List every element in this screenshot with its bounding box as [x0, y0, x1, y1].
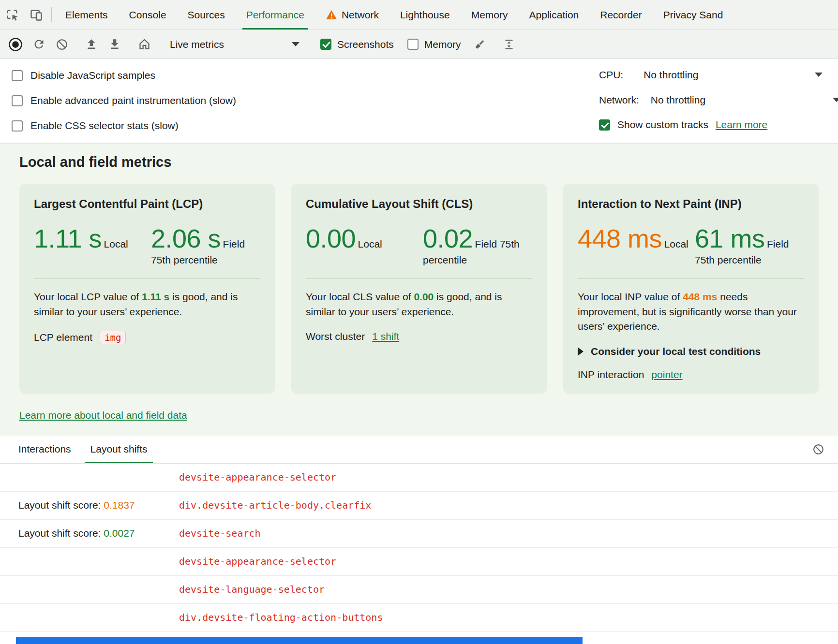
node-link[interactable]: div.devsite-article-body.clearfix: [179, 499, 371, 511]
worst-cluster-label: Worst cluster: [306, 331, 365, 342]
tab-label: Network: [342, 9, 379, 21]
tab-layout-shifts[interactable]: Layout shifts: [81, 436, 157, 463]
layout-shift-row[interactable]: Layout shift score: 0.0027 devsite-searc…: [0, 520, 838, 548]
inp-card: Interaction to Next Paint (INP) 448 ms L…: [563, 184, 819, 394]
inp-local-value: 448 ms: [578, 224, 662, 253]
tab-label: Interactions: [18, 443, 71, 455]
devtools-tabbar: Elements Console Sources Performance Net…: [0, 0, 838, 30]
node-link[interactable]: devsite-appearance-selector: [179, 471, 336, 483]
memory-checkbox[interactable]: [407, 39, 419, 50]
css-selector-stats-checkbox[interactable]: [12, 120, 23, 132]
inp-desc-value: 448 ms: [683, 291, 717, 302]
screenshots-toggle[interactable]: Screenshots: [314, 39, 401, 50]
device-toolbar-button[interactable]: [24, 0, 48, 29]
lcp-element-label: LCP element: [34, 332, 92, 343]
layout-shift-row[interactable]: devsite-appearance-selector: [0, 548, 838, 576]
performance-settings: Disable JavaScript samples Enable advanc…: [0, 59, 838, 144]
tab-label: Sources: [188, 9, 225, 21]
inspect-icon: [5, 8, 19, 22]
network-throttling-value: No throttling: [651, 94, 705, 106]
layout-shift-row[interactable]: div.devsite-floating-action-buttons: [0, 604, 838, 632]
tab-sources[interactable]: Sources: [177, 0, 236, 29]
chevron-down-icon[interactable]: [833, 98, 838, 102]
performance-toolbar: Live metrics Screenshots Memory: [0, 30, 838, 59]
tab-privacy-sandbox[interactable]: Privacy Sand: [653, 0, 734, 29]
tab-recorder[interactable]: Recorder: [589, 0, 652, 29]
disable-js-samples-checkbox[interactable]: [12, 70, 23, 81]
clear-log-button[interactable]: [807, 443, 829, 455]
live-metrics-log: Interactions Layout shifts devsite-appea…: [0, 436, 838, 632]
metric-cards: Largest Contentful Paint (LCP) 1.11 s Lo…: [19, 184, 819, 394]
node-link[interactable]: div.devsite-floating-action-buttons: [179, 612, 383, 623]
tab-lighthouse[interactable]: Lighthouse: [389, 0, 461, 29]
device-toolbar-icon: [30, 8, 43, 22]
inp-interaction-link[interactable]: pointer: [651, 369, 682, 381]
tab-performance[interactable]: Performance: [236, 0, 315, 29]
local-test-conditions-label: Consider your local test conditions: [591, 346, 761, 357]
layout-shift-row[interactable]: devsite-appearance-selector: [0, 464, 838, 492]
collapse-sections-button[interactable]: [497, 33, 521, 56]
tab-label: Performance: [246, 9, 304, 21]
circle-slash-icon: [56, 38, 68, 51]
tab-console[interactable]: Console: [119, 0, 177, 29]
layout-shift-row[interactable]: devsite-language-selector: [0, 576, 838, 604]
cls-card: Cumulative Layout Shift (CLS) 0.00 Local…: [291, 184, 547, 394]
chevron-down-icon: [292, 42, 299, 46]
show-custom-tracks-setting[interactable]: Show custom tracks Learn more: [599, 119, 767, 131]
cls-desc-value: 0.00: [414, 291, 434, 302]
record-icon: [8, 37, 23, 52]
screenshots-checkbox[interactable]: [320, 39, 331, 50]
tab-memory[interactable]: Memory: [461, 0, 519, 29]
network-throttling-select[interactable]: Network: No throttling: [599, 94, 705, 106]
reload-and-record-button[interactable]: [27, 33, 50, 56]
local-test-conditions-disclosure[interactable]: Consider your local test conditions: [578, 346, 804, 357]
tab-label: Memory: [471, 9, 508, 21]
record-button[interactable]: [4, 33, 27, 56]
tab-label: Elements: [65, 9, 108, 21]
inspect-element-button[interactable]: [0, 0, 24, 29]
local-field-metrics-section: Local and field metrics Largest Contentf…: [0, 144, 838, 436]
worst-cluster-link[interactable]: 1 shift: [372, 331, 399, 342]
memory-toggle[interactable]: Memory: [401, 39, 468, 50]
inp-interaction-label: INP interaction: [578, 369, 644, 381]
divider: [578, 278, 804, 279]
cls-local-value: 0.00: [306, 224, 356, 253]
log-tabs: Interactions Layout shifts: [0, 436, 838, 464]
node-link[interactable]: devsite-search: [179, 527, 261, 539]
warning-icon: [326, 9, 337, 21]
history-dropdown[interactable]: Live metrics: [162, 39, 307, 50]
disable-js-samples-label: Disable JavaScript samples: [30, 70, 155, 81]
tab-label: Layout shifts: [90, 443, 148, 455]
node-link[interactable]: devsite-appearance-selector: [179, 556, 336, 567]
divider: [34, 278, 260, 279]
screenshots-label: Screenshots: [337, 39, 394, 50]
cpu-throttling-select[interactable]: CPU: No throttling: [599, 69, 698, 81]
tab-application[interactable]: Application: [519, 0, 590, 29]
save-profile-button[interactable]: [103, 33, 126, 56]
learn-more-local-field-link[interactable]: Learn more about local and field data: [19, 410, 187, 421]
load-profile-button[interactable]: [80, 33, 103, 56]
network-label: Network:: [599, 94, 639, 106]
setting-disable-js-samples[interactable]: Disable JavaScript samples: [0, 63, 838, 88]
divider: [51, 7, 52, 22]
learn-more-link[interactable]: Learn more: [716, 119, 767, 131]
tab-elements[interactable]: Elements: [55, 0, 119, 29]
tab-interactions[interactable]: Interactions: [9, 436, 81, 463]
layout-shift-row[interactable]: Layout shift score: 0.1837 div.devsite-a…: [0, 492, 838, 520]
tab-network[interactable]: Network: [315, 0, 389, 29]
setting-advanced-paint[interactable]: Enable advanced paint instrumentation (s…: [0, 88, 838, 113]
advanced-paint-checkbox[interactable]: [12, 95, 23, 106]
live-metrics-home-button[interactable]: [133, 33, 156, 56]
download-icon: [108, 38, 121, 51]
clear-button[interactable]: [50, 33, 74, 56]
chevron-down-icon[interactable]: [815, 73, 823, 77]
lcp-description: Your local LCP value of 1.11 s is good, …: [34, 290, 260, 319]
node-link[interactable]: devsite-language-selector: [179, 584, 325, 595]
garbage-collect-button[interactable]: [468, 33, 491, 56]
vertical-align-icon: [503, 38, 515, 51]
show-custom-tracks-checkbox[interactable]: [599, 119, 610, 131]
layout-shift-score: Layout shift score: 0.1837: [18, 499, 179, 511]
inp-card-title: Interaction to Next Paint (INP): [578, 197, 804, 211]
lcp-element-node-link[interactable]: img: [100, 331, 126, 344]
cls-description: Your local CLS value of 0.00 is good, an…: [306, 290, 532, 319]
